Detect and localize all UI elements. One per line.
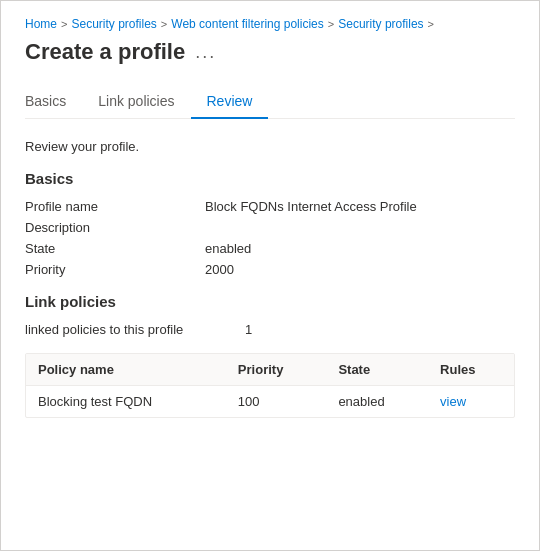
field-row-state: State enabled — [25, 241, 515, 256]
field-row-profile-name: Profile name Block FQDNs Internet Access… — [25, 199, 515, 214]
field-value-state: enabled — [205, 241, 251, 256]
breadcrumb: Home > Security profiles > Web content f… — [25, 17, 515, 31]
link-policies-section-title: Link policies — [25, 293, 515, 310]
page-container: Home > Security profiles > Web content f… — [0, 0, 540, 551]
tab-link-policies[interactable]: Link policies — [82, 85, 190, 119]
breadcrumb-home[interactable]: Home — [25, 17, 57, 31]
table-row: Blocking test FQDN 100 enabled view — [26, 386, 514, 418]
table-header-row: Policy name Priority State Rules — [26, 354, 514, 386]
field-row-description: Description — [25, 220, 515, 235]
linked-policies-value: 1 — [245, 322, 252, 337]
cell-rules: view — [428, 386, 514, 418]
field-label-priority: Priority — [25, 262, 205, 277]
breadcrumb-sep-2: > — [161, 18, 167, 30]
page-header: Create a profile ... — [25, 39, 515, 65]
col-header-rules: Rules — [428, 354, 514, 386]
cell-priority: 100 — [226, 386, 327, 418]
col-header-priority: Priority — [226, 354, 327, 386]
field-label-description: Description — [25, 220, 205, 235]
linked-policies-label: linked policies to this profile — [25, 322, 245, 337]
field-value-profile-name: Block FQDNs Internet Access Profile — [205, 199, 417, 214]
field-value-priority: 2000 — [205, 262, 234, 277]
review-label: Review your profile. — [25, 139, 515, 154]
linked-policies-row: linked policies to this profile 1 — [25, 322, 515, 337]
breadcrumb-security-profiles-1[interactable]: Security profiles — [71, 17, 156, 31]
breadcrumb-sep-4: > — [428, 18, 434, 30]
policies-table: Policy name Priority State Rules Blockin… — [26, 354, 514, 417]
cell-policy-name: Blocking test FQDN — [26, 386, 226, 418]
section-divider: Link policies — [25, 293, 515, 310]
page-title: Create a profile — [25, 39, 185, 65]
col-header-state: State — [326, 354, 428, 386]
breadcrumb-security-profiles-2[interactable]: Security profiles — [338, 17, 423, 31]
breadcrumb-web-content[interactable]: Web content filtering policies — [171, 17, 324, 31]
tab-review[interactable]: Review — [191, 85, 269, 119]
policies-table-wrapper: Policy name Priority State Rules Blockin… — [25, 353, 515, 418]
more-options-button[interactable]: ... — [195, 43, 216, 61]
field-label-state: State — [25, 241, 205, 256]
field-row-priority: Priority 2000 — [25, 262, 515, 277]
field-label-profile-name: Profile name — [25, 199, 205, 214]
col-header-policy-name: Policy name — [26, 354, 226, 386]
basics-section-title: Basics — [25, 170, 515, 187]
rules-view-link[interactable]: view — [440, 394, 466, 409]
cell-state: enabled — [326, 386, 428, 418]
tabs: Basics Link policies Review — [25, 85, 515, 119]
tab-basics[interactable]: Basics — [25, 85, 82, 119]
breadcrumb-sep-1: > — [61, 18, 67, 30]
breadcrumb-sep-3: > — [328, 18, 334, 30]
